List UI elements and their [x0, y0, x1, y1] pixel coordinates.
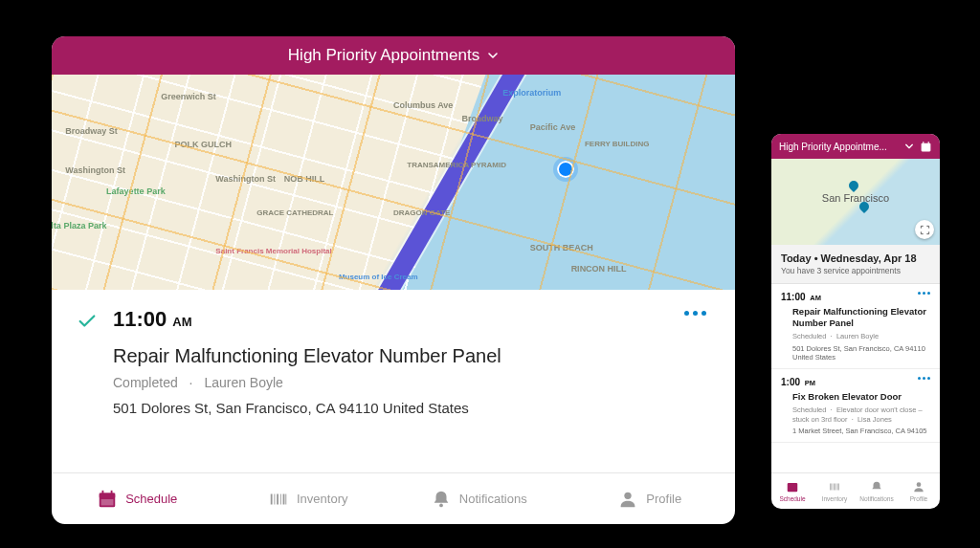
appointment-address: 501 Dolores St, San Francisco, CA 94110 … — [113, 400, 710, 416]
svg-rect-10 — [285, 493, 286, 504]
appointment-card[interactable]: 11:00 AM Repair Malfunctioning Elevator … — [52, 290, 735, 472]
map-label: GRACE CATHEDRAL — [256, 208, 333, 217]
calendar-icon[interactable] — [920, 141, 932, 153]
svg-rect-7 — [277, 493, 278, 504]
today-header: Today • Wednesday, Apr 18 You have 3 ser… — [771, 245, 940, 284]
svg-rect-13 — [922, 142, 931, 151]
svg-point-11 — [439, 503, 443, 507]
bell-icon — [870, 480, 883, 493]
svg-rect-16 — [788, 483, 798, 492]
tab-label: Profile — [646, 492, 681, 506]
chevron-down-icon — [487, 50, 499, 61]
barcode-icon — [828, 480, 841, 493]
svg-rect-6 — [274, 493, 275, 504]
svg-rect-9 — [283, 493, 285, 504]
appointment-status: Scheduled — [792, 332, 826, 340]
phone-view-selector-title: High Priority Appointme... — [779, 142, 887, 152]
svg-rect-5 — [271, 493, 273, 504]
tab-label: Notifications — [859, 495, 893, 502]
svg-rect-20 — [836, 484, 837, 491]
tab-notifications[interactable]: Notifications — [393, 473, 565, 524]
phone-map[interactable]: San Francisco — [771, 159, 940, 245]
map-current-location-icon — [557, 161, 574, 178]
map-label: Pacific Ave — [530, 122, 575, 132]
bell-icon — [431, 489, 452, 510]
chevron-down-icon — [904, 142, 914, 151]
svg-rect-1 — [100, 493, 116, 497]
tab-bar: Schedule Inventory Notifications Profile — [52, 472, 735, 524]
appointment-ampm: AM — [172, 315, 191, 329]
today-subtitle: You have 3 service appointments — [781, 266, 930, 275]
appointment-ampm: PM — [805, 379, 815, 387]
map[interactable]: NOB HILL POLK GULCH SOUTH BEACH RINCON H… — [52, 75, 735, 290]
tab-profile[interactable]: Profile — [565, 473, 736, 524]
tab-inventory[interactable]: Inventory — [813, 473, 856, 509]
map-label: SOUTH BEACH — [530, 243, 593, 252]
appointment-time: 11:00 — [113, 307, 167, 332]
expand-map-button[interactable] — [915, 220, 934, 239]
map-label: TRANSAMERICA PYRAMID — [407, 161, 506, 169]
person-icon — [912, 480, 925, 493]
view-selector-title: High Priority Appointments — [288, 46, 479, 65]
svg-point-22 — [917, 482, 922, 487]
svg-rect-3 — [111, 490, 113, 494]
appointment-address: 1 Market Street, San Francisco, CA 94105 — [792, 427, 930, 436]
tab-label: Schedule — [125, 492, 177, 506]
map-label: POLK GULCH — [175, 140, 233, 149]
more-actions-button[interactable] — [918, 377, 930, 380]
map-label: Lafayette Park — [106, 186, 166, 196]
map-label: Saint Francis Memorial Hospital — [215, 247, 331, 255]
map-label: Exploratorium — [502, 88, 561, 98]
appointment-assignee: Lauren Boyle — [836, 332, 879, 340]
map-label: RINCON HILL — [571, 264, 627, 274]
svg-rect-4 — [101, 499, 114, 505]
phone-view-selector[interactable]: High Priority Appointme... — [771, 134, 940, 159]
tab-inventory[interactable]: Inventory — [223, 473, 394, 524]
tab-profile[interactable]: Profile — [898, 473, 940, 509]
tab-notifications[interactable]: Notifications — [856, 473, 898, 509]
phone-tab-bar: Schedule Inventory Notifications Profile — [771, 472, 940, 509]
barcode-icon — [268, 489, 289, 510]
svg-point-12 — [625, 492, 632, 498]
svg-rect-14 — [923, 142, 924, 144]
map-label: NOB HILL — [284, 174, 325, 184]
tab-schedule[interactable]: Schedule — [52, 473, 223, 524]
more-actions-button[interactable] — [684, 311, 706, 316]
phone-appointment-card[interactable]: 1:00 PM Fix Broken Elevator Door Schedul… — [771, 369, 940, 443]
map-label: Broadway — [461, 114, 502, 123]
tab-label: Notifications — [459, 492, 527, 506]
today-line: Today • Wednesday, Apr 18 — [781, 252, 930, 264]
map-label: Washington St — [215, 174, 276, 184]
map-label: DRAGON GATE — [393, 208, 450, 217]
more-actions-button[interactable] — [918, 292, 930, 295]
check-icon — [77, 311, 98, 332]
view-selector[interactable]: High Priority Appointments — [52, 36, 735, 75]
map-route — [322, 75, 539, 290]
appointment-title: Repair Malfunctioning Elevator Number Pa… — [113, 345, 710, 367]
map-label: Washington St — [65, 165, 125, 175]
svg-rect-18 — [833, 484, 834, 491]
appointment-address: 501 Dolores St, San Francisco, CA 94110 … — [792, 344, 930, 363]
map-label: Broadway St — [65, 126, 118, 136]
map-city-label: San Francisco — [822, 192, 889, 204]
tab-schedule[interactable]: Schedule — [771, 473, 813, 509]
map-label: FERRY BUILDING — [585, 140, 650, 148]
appointment-assignee: Lisa Jones — [858, 415, 892, 424]
svg-rect-19 — [834, 484, 835, 491]
person-icon — [617, 489, 638, 510]
tab-label: Profile — [910, 495, 927, 502]
tablet-view: High Priority Appointments NOB HILL POLK… — [52, 36, 735, 524]
appointment-assignee: Lauren Boyle — [204, 375, 283, 390]
svg-rect-15 — [928, 142, 929, 144]
appointment-time: 1:00 — [781, 377, 800, 387]
calendar-icon — [97, 489, 118, 510]
map-label: Greenwich St — [161, 92, 216, 101]
phone-appointment-card[interactable]: 11:00 AM Repair Malfunctioning Elevator … — [771, 284, 940, 369]
map-pin-icon — [847, 179, 860, 192]
calendar-icon — [786, 480, 799, 493]
map-label: Alta Plaza Park — [52, 221, 106, 230]
tab-label: Inventory — [822, 495, 848, 502]
svg-rect-2 — [102, 490, 104, 494]
svg-rect-8 — [280, 493, 281, 504]
svg-rect-21 — [838, 484, 839, 491]
